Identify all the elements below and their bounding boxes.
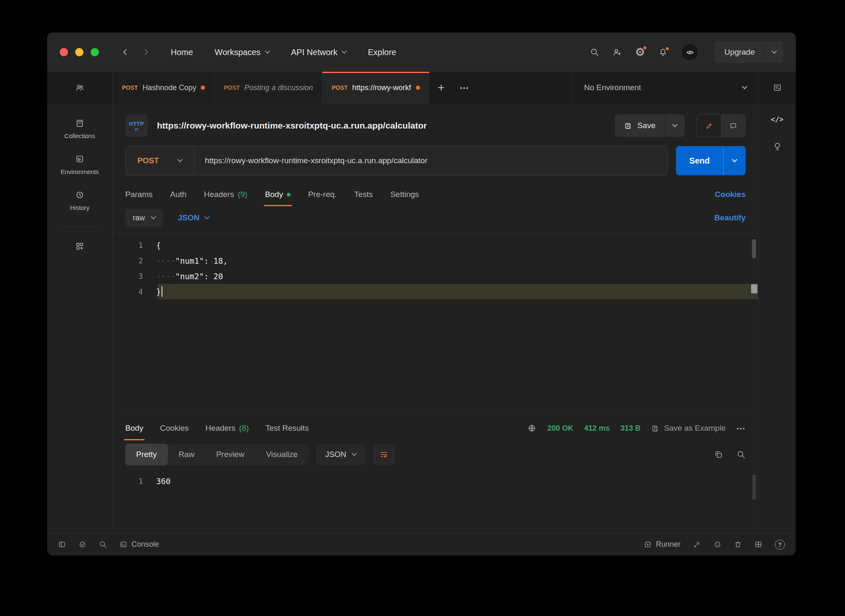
forward-arrow-icon[interactable] xyxy=(142,48,151,57)
plus-icon: + xyxy=(438,81,444,94)
method-selector[interactable]: POST xyxy=(126,146,194,175)
workspace-sidebar-toggle[interactable] xyxy=(47,72,113,104)
globe-lock-icon[interactable] xyxy=(527,424,536,433)
code-text: } xyxy=(156,287,161,296)
tab-body[interactable]: Body xyxy=(265,183,291,206)
save-options-button[interactable] xyxy=(665,114,685,137)
tab-rowy-workflow-active[interactable]: POST https://rowy-workf xyxy=(322,72,429,104)
response-size[interactable]: 313 B xyxy=(620,424,640,433)
editor-line-current[interactable]: 4 } xyxy=(113,284,758,299)
copy-icon[interactable] xyxy=(714,450,723,459)
editor-line[interactable]: 1 { xyxy=(113,237,758,253)
nav-api-network[interactable]: API Network xyxy=(291,48,346,57)
response-options-button[interactable]: ••• xyxy=(736,425,746,432)
lightbulb-icon[interactable] xyxy=(773,142,782,151)
response-meta: 200 OK 412 ms 313 B Save as Example ••• xyxy=(527,416,746,440)
tab-title: Posting a discussion xyxy=(244,83,313,92)
beautify-link[interactable]: Beautify xyxy=(714,213,746,222)
environment-selector[interactable]: No Environment xyxy=(572,72,758,104)
save-button[interactable]: Save xyxy=(615,114,665,137)
tab-pre-request[interactable]: Pre-req. xyxy=(308,183,337,206)
sidebar-item-collections[interactable]: Collections xyxy=(64,119,95,139)
view-raw[interactable]: Raw xyxy=(168,444,205,465)
nav-home-label: Home xyxy=(171,48,193,57)
view-visualize[interactable]: Visualize xyxy=(255,444,309,465)
sidebar-toggle-button[interactable] xyxy=(58,540,66,548)
tab-params[interactable]: Params xyxy=(125,183,152,206)
split-panes-button[interactable] xyxy=(754,540,762,548)
request-body-editor[interactable]: 1 { 2 ···· "num1": 18, 3 ···· "num2": 20… xyxy=(113,233,758,416)
response-format-selector[interactable]: JSON xyxy=(316,444,365,465)
capture-requests-button[interactable] xyxy=(693,540,701,548)
environment-quick-look-button[interactable] xyxy=(758,72,796,104)
cookies-button[interactable] xyxy=(713,540,721,548)
response-tab-test-results[interactable]: Test Results xyxy=(266,416,309,440)
tab-headers[interactable]: Headers(9) xyxy=(204,183,248,206)
send-button[interactable]: Send xyxy=(676,146,723,175)
body-format-selector[interactable]: JSON xyxy=(178,213,209,222)
maximize-window-button[interactable] xyxy=(91,48,99,56)
editor-line[interactable]: 2 ···· "num1": 18, xyxy=(113,253,758,268)
response-tab-headers[interactable]: Headers(8) xyxy=(205,416,249,440)
nav-workspaces[interactable]: Workspaces xyxy=(215,48,269,57)
tab-hashnode-copy[interactable]: POST Hashnode Copy xyxy=(113,72,215,104)
new-tab-button[interactable]: + xyxy=(430,72,453,104)
unsaved-dot xyxy=(201,86,205,90)
help-button[interactable]: ? xyxy=(775,540,785,550)
trash-button[interactable] xyxy=(734,540,742,548)
cookies-label: Cookies xyxy=(715,190,746,199)
line-number: 1 xyxy=(113,241,143,250)
sidebar-item-flows[interactable] xyxy=(75,242,84,251)
code-snippet-icon[interactable]: </> xyxy=(771,115,784,124)
view-preview[interactable]: Preview xyxy=(205,444,256,465)
tab-options-button[interactable]: ••• xyxy=(453,72,476,104)
response-body[interactable]: 1 360 xyxy=(113,470,758,533)
status-code[interactable]: 200 OK xyxy=(547,424,573,433)
whitespace-dots: ···· xyxy=(156,272,175,281)
runner-button[interactable]: Runner xyxy=(644,540,681,549)
editor-scrollbar-thumb[interactable] xyxy=(752,239,756,258)
avatar[interactable]: </> xyxy=(681,43,698,61)
back-arrow-icon[interactable] xyxy=(121,48,130,57)
view-label: Preview xyxy=(216,450,245,459)
notifications-bell-icon[interactable] xyxy=(658,48,668,57)
response-view-controls: Pretty Raw Preview Visualize JSON xyxy=(113,440,758,470)
sidebar-item-environments[interactable]: Environments xyxy=(61,154,99,175)
search-icon[interactable] xyxy=(590,48,599,57)
response-tab-body[interactable]: Body xyxy=(125,416,143,440)
response-tab-cookies[interactable]: Cookies xyxy=(160,416,189,440)
save-label: Save xyxy=(638,121,655,130)
close-window-button[interactable] xyxy=(60,48,68,56)
line-number: 3 xyxy=(113,272,143,280)
settings-gear-icon[interactable]: ⚙ xyxy=(635,47,645,58)
api-status-button[interactable] xyxy=(78,540,86,548)
url-input[interactable]: https://rowy-workflow-runtime-xsroitxptq… xyxy=(194,146,438,175)
send-options-button[interactable] xyxy=(723,146,746,175)
rename-pencil-button[interactable] xyxy=(697,115,721,136)
sidebar-item-history[interactable]: History xyxy=(70,190,90,211)
invite-user-icon[interactable] xyxy=(612,48,622,57)
tab-tests[interactable]: Tests xyxy=(354,183,373,206)
search-response-icon[interactable] xyxy=(736,450,746,459)
view-pretty[interactable]: Pretty xyxy=(125,444,168,465)
comment-button[interactable] xyxy=(721,115,745,136)
tab-settings[interactable]: Settings xyxy=(390,183,419,206)
tab-auth[interactable]: Auth xyxy=(170,183,186,206)
wrap-lines-button[interactable] xyxy=(373,444,395,465)
line-number: 2 xyxy=(113,257,143,265)
minimize-window-button[interactable] xyxy=(75,48,83,56)
nav-home[interactable]: Home xyxy=(171,48,193,57)
upgrade-chevron[interactable] xyxy=(765,41,783,63)
tab-label: Headers xyxy=(205,424,235,433)
cookies-link[interactable]: Cookies xyxy=(715,183,746,206)
response-time[interactable]: 412 ms xyxy=(584,424,610,433)
tab-posting-a-discussion[interactable]: POST Posting a discussion xyxy=(215,72,322,104)
find-button[interactable] xyxy=(99,540,107,548)
save-as-example-button[interactable]: Save as Example xyxy=(651,424,726,433)
nav-explore[interactable]: Explore xyxy=(368,48,396,57)
editor-line[interactable]: 3 ···· "num2": 20 xyxy=(113,268,758,284)
upgrade-button[interactable]: Upgrade xyxy=(714,41,783,63)
response-scrollbar-thumb[interactable] xyxy=(752,475,756,500)
body-type-selector[interactable]: raw xyxy=(125,209,163,227)
console-button[interactable]: Console xyxy=(119,540,159,549)
